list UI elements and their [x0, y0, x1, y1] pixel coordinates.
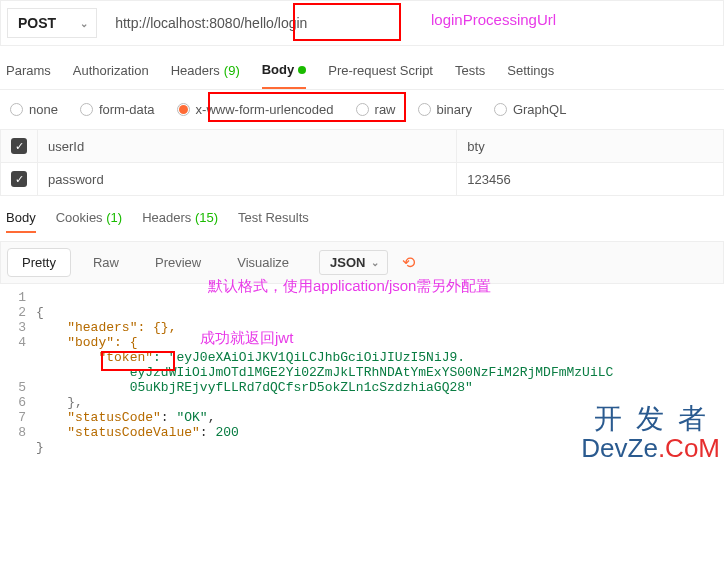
tab-params[interactable]: Params: [6, 62, 51, 89]
response-lang-select[interactable]: JSON⌄: [319, 250, 388, 275]
checkbox-icon[interactable]: ✓: [11, 138, 27, 154]
wrap-lines-icon[interactable]: ⟲: [402, 253, 415, 272]
checkbox-icon[interactable]: ✓: [11, 171, 27, 187]
tab-body[interactable]: Body: [262, 62, 307, 89]
tab-headers[interactable]: Headers (9): [171, 62, 240, 89]
view-visualize[interactable]: Visualize: [223, 249, 303, 276]
chevron-down-icon: ⌄: [80, 18, 88, 29]
tab-tests[interactable]: Tests: [455, 62, 485, 89]
request-url-input[interactable]: [107, 7, 717, 39]
dot-icon: [298, 66, 306, 74]
annotation-login-url: loginProcessingUrl: [431, 11, 556, 28]
param-value[interactable]: bty: [467, 139, 484, 154]
radio-binary[interactable]: binary: [418, 102, 472, 117]
resp-tab-testresults[interactable]: Test Results: [238, 210, 309, 233]
resp-tab-headers[interactable]: Headers (15): [142, 210, 218, 233]
radio-none[interactable]: none: [10, 102, 58, 117]
param-key[interactable]: userId: [48, 139, 84, 154]
tab-authorization[interactable]: Authorization: [73, 62, 149, 89]
radio-form-data[interactable]: form-data: [80, 102, 155, 117]
body-type-row: none form-data x-www-form-urlencoded raw…: [0, 90, 724, 129]
view-raw[interactable]: Raw: [79, 249, 133, 276]
annotation-success-note: 成功就返回jwt: [200, 329, 293, 348]
resp-tab-body[interactable]: Body: [6, 210, 36, 233]
table-row[interactable]: ✓ userId bty: [1, 130, 724, 163]
param-key[interactable]: password: [48, 172, 104, 187]
request-tabs: Params Authorization Headers (9) Body Pr…: [0, 46, 724, 90]
tab-prerequest[interactable]: Pre-request Script: [328, 62, 433, 89]
radio-xwww[interactable]: x-www-form-urlencoded: [177, 102, 334, 117]
table-row[interactable]: ✓ password 123456: [1, 163, 724, 196]
http-method-value: POST: [18, 15, 56, 31]
form-params-table: ✓ userId bty ✓ password 123456: [0, 129, 724, 196]
tab-settings[interactable]: Settings: [507, 62, 554, 89]
param-value[interactable]: 123456: [467, 172, 510, 187]
line-gutter: 12345678: [0, 290, 36, 455]
chevron-down-icon: ⌄: [371, 257, 379, 268]
resp-tab-cookies[interactable]: Cookies (1): [56, 210, 122, 233]
response-body[interactable]: 12345678 { "headers": {}, "body": { "tok…: [0, 284, 724, 463]
view-pretty[interactable]: Pretty: [7, 248, 71, 277]
radio-graphql[interactable]: GraphQL: [494, 102, 566, 117]
radio-raw[interactable]: raw: [356, 102, 396, 117]
response-tabs: Body Cookies (1) Headers (15) Test Resul…: [0, 196, 724, 241]
view-preview[interactable]: Preview: [141, 249, 215, 276]
http-method-select[interactable]: POST ⌄: [7, 8, 97, 38]
